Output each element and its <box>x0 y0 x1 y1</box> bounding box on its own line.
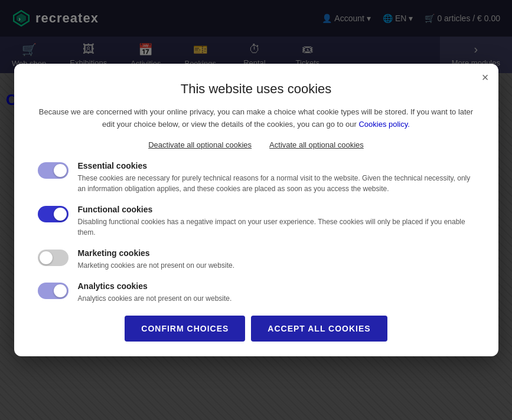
confirm-choices-button[interactable]: CONFIRM CHOICES <box>125 316 245 342</box>
functional-cookies-row: Functional cookies Disabling functional … <box>38 205 475 238</box>
cookie-consent-modal: × This website uses cookies Because we a… <box>14 64 498 356</box>
modal-description: Because we are concerned with your onlin… <box>38 106 475 131</box>
analytics-desc: Analytics cookies are not present on our… <box>78 293 475 304</box>
deactivate-all-link[interactable]: Deactivate all optional cookies <box>148 140 252 149</box>
essential-desc: These cookies are necessary for purely t… <box>78 173 475 194</box>
modal-overlay: × This website uses cookies Because we a… <box>0 0 512 420</box>
essential-toggle[interactable] <box>38 162 69 179</box>
modal-close-button[interactable]: × <box>482 71 489 84</box>
analytics-name: Analytics cookies <box>78 281 475 291</box>
essential-info: Essential cookies These cookies are nece… <box>78 161 475 194</box>
functional-desc: Disabling functional cookies has a negat… <box>78 216 475 238</box>
marketing-desc: Marketing cookies are not present on our… <box>78 260 475 271</box>
analytics-toggle[interactable] <box>38 283 69 299</box>
essential-name: Essential cookies <box>78 161 475 170</box>
marketing-name: Marketing cookies <box>78 248 475 258</box>
marketing-toggle[interactable] <box>38 250 69 266</box>
modal-buttons: CONFIRM CHOICES ACCEPT ALL COOKIES <box>38 316 475 342</box>
analytics-info: Analytics cookies Analytics cookies are … <box>78 281 475 304</box>
accept-all-button[interactable]: ACCEPT ALL COOKIES <box>251 316 387 342</box>
marketing-info: Marketing cookies Marketing cookies are … <box>78 248 475 271</box>
cookies-policy-link[interactable]: Cookies policy. <box>358 120 409 129</box>
essential-cookies-row: Essential cookies These cookies are nece… <box>38 161 475 194</box>
marketing-cookies-row: Marketing cookies Marketing cookies are … <box>38 248 475 271</box>
modal-title: This website uses cookies <box>38 81 475 97</box>
cookie-quick-links: Deactivate all optional cookies Activate… <box>38 140 475 149</box>
activate-all-link[interactable]: Activate all optional cookies <box>269 140 364 149</box>
functional-toggle[interactable] <box>38 206 69 222</box>
functional-info: Functional cookies Disabling functional … <box>78 205 475 238</box>
analytics-cookies-row: Analytics cookies Analytics cookies are … <box>38 281 475 304</box>
functional-name: Functional cookies <box>78 205 475 214</box>
